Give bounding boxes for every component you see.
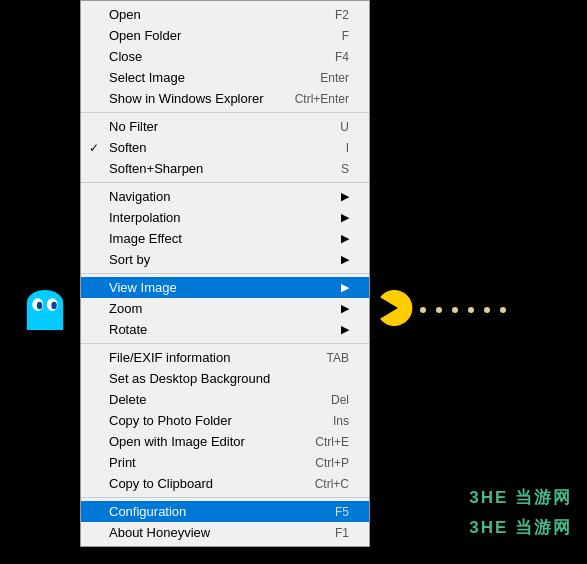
menu-item-label: Open bbox=[109, 7, 315, 22]
submenu-arrow-icon: ▶ bbox=[341, 302, 349, 315]
submenu-arrow-icon: ▶ bbox=[341, 253, 349, 266]
menu-item-label: Open with Image Editor bbox=[109, 434, 295, 449]
menu-item-label: Image Effect bbox=[109, 231, 331, 246]
svg-marker-6 bbox=[27, 321, 63, 330]
menu-item-shortcut: TAB bbox=[327, 351, 349, 365]
context-menu: OpenF2Open FolderFCloseF4Select ImageEnt… bbox=[80, 0, 370, 547]
submenu-arrow-icon: ▶ bbox=[341, 211, 349, 224]
svg-point-4 bbox=[37, 302, 42, 309]
submenu-arrow-icon: ▶ bbox=[341, 281, 349, 294]
watermark-top: 3HE 当游网 bbox=[469, 486, 572, 509]
menu-item-label: Soften bbox=[109, 140, 326, 155]
menu-item-print[interactable]: PrintCtrl+P bbox=[81, 452, 369, 473]
menu-item-zoom[interactable]: Zoom▶ bbox=[81, 298, 369, 319]
menu-item-label: Copy to Photo Folder bbox=[109, 413, 313, 428]
menu-item-configuration[interactable]: ConfigurationF5 bbox=[81, 501, 369, 522]
menu-item-label: Soften+Sharpen bbox=[109, 161, 321, 176]
menu-item-label: Delete bbox=[109, 392, 311, 407]
watermark-bottom: 3HE 当游网 bbox=[469, 516, 572, 539]
menu-item-label: Sort by bbox=[109, 252, 331, 267]
submenu-arrow-icon: ▶ bbox=[341, 232, 349, 245]
menu-item-delete[interactable]: DeleteDel bbox=[81, 389, 369, 410]
menu-item-label: Navigation bbox=[109, 189, 331, 204]
menu-item-label: Interpolation bbox=[109, 210, 331, 225]
menu-item-label: About Honeyview bbox=[109, 525, 315, 540]
menu-separator bbox=[81, 343, 369, 344]
menu-separator bbox=[81, 182, 369, 183]
dot bbox=[484, 307, 490, 313]
menu-item-shortcut: Ctrl+Enter bbox=[295, 92, 349, 106]
pacman-sprite bbox=[380, 290, 416, 326]
menu-item-shortcut: F2 bbox=[335, 8, 349, 22]
menu-item-shortcut: Ctrl+E bbox=[315, 435, 349, 449]
submenu-arrow-icon: ▶ bbox=[341, 323, 349, 336]
menu-item-shortcut: U bbox=[340, 120, 349, 134]
dot bbox=[452, 307, 458, 313]
menu-item-shortcut: S bbox=[341, 162, 349, 176]
menu-item-open[interactable]: OpenF2 bbox=[81, 4, 369, 25]
menu-item-show-in-explorer[interactable]: Show in Windows ExplorerCtrl+Enter bbox=[81, 88, 369, 109]
dots-row bbox=[420, 307, 506, 313]
dot bbox=[468, 307, 474, 313]
menu-item-sort-by[interactable]: Sort by▶ bbox=[81, 249, 369, 270]
menu-item-shortcut: Ins bbox=[333, 414, 349, 428]
svg-point-5 bbox=[51, 302, 56, 309]
menu-item-label: Close bbox=[109, 49, 315, 64]
menu-item-no-filter[interactable]: No FilterU bbox=[81, 116, 369, 137]
menu-item-soften[interactable]: ✓SoftenI bbox=[81, 137, 369, 158]
ghost-sprite bbox=[25, 290, 65, 330]
menu-separator bbox=[81, 497, 369, 498]
menu-item-image-effect[interactable]: Image Effect▶ bbox=[81, 228, 369, 249]
menu-item-shortcut: F4 bbox=[335, 50, 349, 64]
svg-point-1 bbox=[27, 290, 63, 315]
dot bbox=[420, 307, 426, 313]
menu-separator bbox=[81, 273, 369, 274]
menu-item-label: Open Folder bbox=[109, 28, 322, 43]
menu-item-label: No Filter bbox=[109, 119, 320, 134]
menu-item-label: Print bbox=[109, 455, 295, 470]
menu-separator bbox=[81, 112, 369, 113]
menu-item-shortcut: Ctrl+P bbox=[315, 456, 349, 470]
menu-item-soften-sharpen[interactable]: Soften+SharpenS bbox=[81, 158, 369, 179]
menu-item-about[interactable]: About HoneyviewF1 bbox=[81, 522, 369, 543]
menu-item-label: Copy to Clipboard bbox=[109, 476, 295, 491]
menu-item-open-folder[interactable]: Open FolderF bbox=[81, 25, 369, 46]
menu-item-shortcut: F bbox=[342, 29, 349, 43]
menu-item-open-editor[interactable]: Open with Image EditorCtrl+E bbox=[81, 431, 369, 452]
menu-item-desktop-bg[interactable]: Set as Desktop Background bbox=[81, 368, 369, 389]
menu-item-shortcut: F1 bbox=[335, 526, 349, 540]
menu-item-interpolation[interactable]: Interpolation▶ bbox=[81, 207, 369, 228]
menu-item-shortcut: Enter bbox=[320, 71, 349, 85]
menu-item-shortcut: I bbox=[346, 141, 349, 155]
menu-item-copy-photo[interactable]: Copy to Photo FolderIns bbox=[81, 410, 369, 431]
menu-item-shortcut: F5 bbox=[335, 505, 349, 519]
menu-item-view-image[interactable]: View Image▶ bbox=[81, 277, 369, 298]
menu-item-label: File/EXIF information bbox=[109, 350, 307, 365]
menu-item-rotate[interactable]: Rotate▶ bbox=[81, 319, 369, 340]
checkmark-icon: ✓ bbox=[89, 141, 99, 155]
menu-item-copy-clipboard[interactable]: Copy to ClipboardCtrl+C bbox=[81, 473, 369, 494]
dot bbox=[436, 307, 442, 313]
submenu-arrow-icon: ▶ bbox=[341, 190, 349, 203]
menu-item-label: Configuration bbox=[109, 504, 315, 519]
menu-item-label: Set as Desktop Background bbox=[109, 371, 349, 386]
menu-item-close[interactable]: CloseF4 bbox=[81, 46, 369, 67]
menu-item-label: Show in Windows Explorer bbox=[109, 91, 275, 106]
menu-item-select-image[interactable]: Select ImageEnter bbox=[81, 67, 369, 88]
dot bbox=[500, 307, 506, 313]
menu-item-file-exif[interactable]: File/EXIF informationTAB bbox=[81, 347, 369, 368]
menu-item-label: Select Image bbox=[109, 70, 300, 85]
menu-item-label: Rotate bbox=[109, 322, 331, 337]
menu-item-label: Zoom bbox=[109, 301, 331, 316]
menu-item-shortcut: Del bbox=[331, 393, 349, 407]
menu-item-label: View Image bbox=[109, 280, 331, 295]
menu-item-shortcut: Ctrl+C bbox=[315, 477, 349, 491]
menu-item-navigation[interactable]: Navigation▶ bbox=[81, 186, 369, 207]
